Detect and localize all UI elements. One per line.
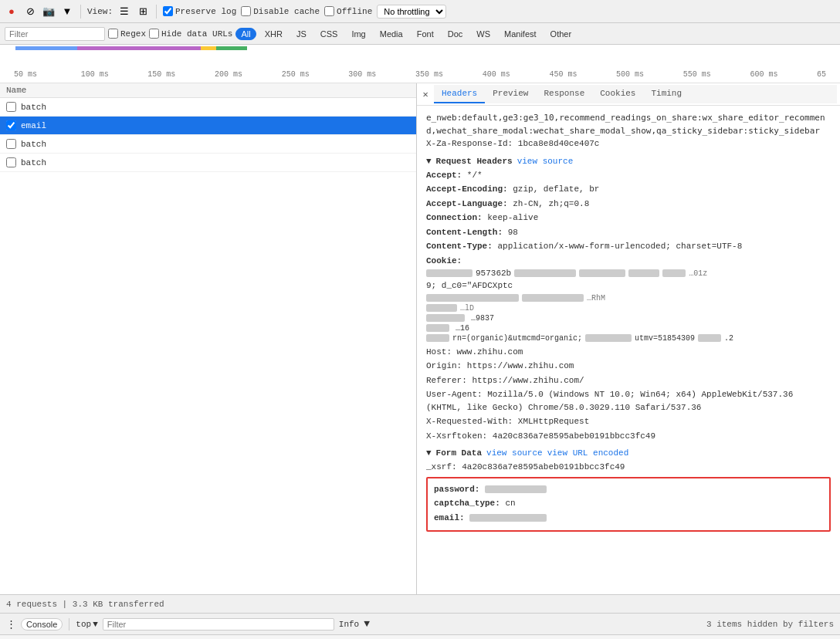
status-bar: 4 requests | 3.3 KB transferred xyxy=(0,594,840,613)
blurred-row-2: …RhM xyxy=(426,294,831,303)
console-bar: ⋮ Console top ▼ Info ▼ 3 items hidden by… xyxy=(0,613,840,634)
blurred-block-6 xyxy=(426,294,519,302)
email-key: email: xyxy=(434,513,465,522)
filter-js[interactable]: JS xyxy=(291,28,312,40)
filter-other[interactable]: Other xyxy=(545,28,578,40)
table-row[interactable]: email xyxy=(0,117,416,135)
filter-css[interactable]: CSS xyxy=(315,28,344,40)
console-level-select[interactable]: top ▼ xyxy=(76,620,97,629)
filter-img[interactable]: Img xyxy=(346,28,371,40)
number-2: .2 xyxy=(724,334,733,343)
form-data-title: ▼ Form Data view source view URL encoded xyxy=(426,448,831,458)
form-password: password: xyxy=(434,483,823,496)
tab-response[interactable]: Response xyxy=(536,85,592,103)
console-info-arrow[interactable]: ▼ xyxy=(364,618,370,630)
preserve-log-checkbox[interactable] xyxy=(163,6,173,16)
view-source-link[interactable]: view source xyxy=(517,157,574,166)
header-user-agent: User-Agent: Mozilla/5.0 (Windows NT 10.0… xyxy=(426,388,831,414)
request-name: batch xyxy=(21,103,46,112)
requests-header: Name xyxy=(0,83,416,98)
separator-1 xyxy=(80,5,81,19)
panel-header: ✕ Headers Preview Response Cookies Timin… xyxy=(417,83,840,106)
filter-input[interactable] xyxy=(5,27,105,41)
filter-all[interactable]: All xyxy=(235,28,256,40)
tab-preview[interactable]: Preview xyxy=(485,85,536,103)
request-headers-title: ▼ Request Headers view source xyxy=(426,157,831,166)
blurred-block-7 xyxy=(522,294,584,302)
details-tabs: Headers Preview Response Cookies Timing xyxy=(434,85,837,103)
hide-data-urls-checkbox[interactable] xyxy=(149,29,159,39)
row-checkbox[interactable] xyxy=(6,120,16,130)
tab-cookies[interactable]: Cookies xyxy=(592,85,643,103)
table-row[interactable]: batch xyxy=(0,98,416,117)
disable-cache-checkbox[interactable] xyxy=(241,6,251,16)
blurred-row-4: …9837 xyxy=(426,314,831,323)
row-checkbox[interactable] xyxy=(6,139,16,149)
blurred-block-2 xyxy=(514,269,576,277)
console-filter-input[interactable] xyxy=(103,618,334,631)
stop-button[interactable]: ⊘ xyxy=(23,5,37,19)
camera-button[interactable]: 📷 xyxy=(42,5,56,19)
devtools-toolbar: ● ⊘ 📷 ▼ View: ☰ ⊞ Preserve log Disable c… xyxy=(0,0,840,23)
separator-2 xyxy=(156,5,157,19)
filter-xhr[interactable]: XHR xyxy=(259,28,288,40)
filter-manifest[interactable]: Manifest xyxy=(499,28,542,40)
filter-font[interactable]: Font xyxy=(412,28,439,40)
row-checkbox[interactable] xyxy=(6,102,16,112)
filter-ws[interactable]: WS xyxy=(471,28,496,40)
console-menu-button[interactable]: ⋮ xyxy=(6,618,16,631)
console-label[interactable]: Console xyxy=(21,618,63,631)
view-label: View: xyxy=(87,7,113,16)
offline-checkbox[interactable] xyxy=(324,6,334,16)
tab-timing[interactable]: Timing xyxy=(643,85,689,103)
filter-doc[interactable]: Doc xyxy=(442,28,469,40)
header-content-type: Content-Type: application/x-www-form-url… xyxy=(426,240,831,253)
form-view-url-encoded-link[interactable]: view URL encoded xyxy=(547,448,629,458)
chevron-down-icon: ▼ xyxy=(93,620,98,629)
throttle-select[interactable]: No throttling Fast 3G Slow 3G xyxy=(377,5,446,19)
offline-label[interactable]: Offline xyxy=(324,6,372,16)
request-name: batch xyxy=(21,140,46,149)
cookie-957362b: 957362b xyxy=(476,269,511,278)
header-x-requested-with: X-Requested-With: XMLHttpRequest xyxy=(426,415,831,428)
table-row[interactable]: batch xyxy=(0,135,416,154)
utm-suffix: utmv=51854309 xyxy=(635,334,695,343)
request-name: email xyxy=(21,121,46,130)
number-9837: …9837 xyxy=(471,314,494,323)
panel-close-button[interactable]: ✕ xyxy=(420,89,431,100)
row-checkbox[interactable] xyxy=(6,157,16,167)
network-timeline: 50 ms 100 ms 150 ms 200 ms 250 ms 300 ms… xyxy=(0,45,840,83)
console-separator xyxy=(69,618,69,631)
xsrf-row: _xsrf: 4a20c836a7e8595abeb0191bbcc3fc49 xyxy=(426,461,831,474)
filter-media[interactable]: Media xyxy=(374,28,408,40)
preserve-log-label[interactable]: Preserve log xyxy=(163,6,236,16)
name-column-header: Name xyxy=(6,86,410,95)
status-requests: 4 requests | 3.3 KB transferred xyxy=(6,600,164,609)
console-info-label: Info xyxy=(339,620,359,629)
regex-label[interactable]: Regex xyxy=(108,29,146,39)
details-content: e_nweb:default,ge3:ge3_10,recommend_read… xyxy=(417,106,840,594)
header-content-length: Content-Length: 98 xyxy=(426,226,831,239)
response-header-section: e_nweb:default,ge3:ge3_10,recommend_read… xyxy=(426,112,831,150)
requests-panel: Name batch email batch batch xyxy=(0,83,417,594)
header-origin: Origin: https://www.zhihu.com xyxy=(426,360,831,373)
view-grid-button[interactable]: ⊞ xyxy=(136,5,150,19)
main-area: Name batch email batch batch xyxy=(0,83,840,594)
blurred-block-13 xyxy=(698,334,721,342)
utm-text: rn=(organic)&utmcmd=organic; xyxy=(452,334,582,343)
filter-button[interactable]: ▼ xyxy=(60,5,74,19)
blurred-block-9 xyxy=(426,314,465,322)
regex-checkbox[interactable] xyxy=(108,29,118,39)
form-view-source-link[interactable]: view source xyxy=(486,448,543,458)
email-blurred xyxy=(469,514,547,522)
disable-cache-label[interactable]: Disable cache xyxy=(241,6,320,16)
number-16: …16 xyxy=(456,324,469,333)
tab-headers[interactable]: Headers xyxy=(434,85,485,103)
blurred-block-4 xyxy=(628,269,659,277)
record-button[interactable]: ● xyxy=(5,5,19,19)
blurred-block-5 xyxy=(662,269,686,277)
view-list-button[interactable]: ☰ xyxy=(117,5,131,19)
blurred-block-3 xyxy=(579,269,625,277)
table-row[interactable]: batch xyxy=(0,154,416,172)
hide-data-urls-label[interactable]: Hide data URLs xyxy=(149,29,232,39)
